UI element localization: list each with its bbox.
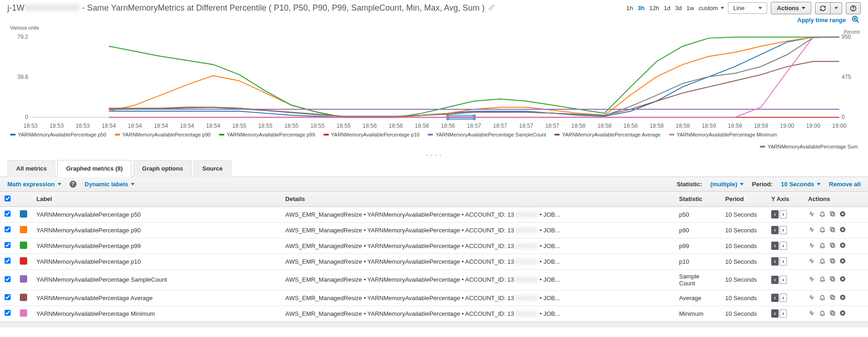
row-period[interactable]: 10 Seconds (721, 207, 767, 222)
row-checkbox[interactable] (5, 276, 11, 282)
row-period[interactable]: 10 Seconds (721, 254, 767, 269)
yaxis-left-button[interactable]: ‹ (771, 257, 779, 266)
row-statistic[interactable]: p50 (674, 207, 721, 222)
remove-icon[interactable] (839, 211, 846, 219)
duplicate-icon[interactable] (829, 242, 836, 250)
yaxis-right-button[interactable]: › (780, 242, 787, 250)
time-range-custom[interactable]: custom (698, 5, 718, 12)
row-statistic[interactable]: p99 (674, 238, 721, 254)
alarm-icon[interactable] (819, 242, 826, 250)
remove-icon[interactable] (839, 226, 846, 234)
alarm-icon[interactable] (819, 310, 826, 318)
row-checkbox[interactable] (5, 211, 11, 217)
row-statistic[interactable]: p90 (674, 222, 721, 238)
yaxis-right-button[interactable]: › (780, 294, 787, 302)
statistic-dropdown[interactable]: (multiple) (710, 181, 744, 188)
legend-item[interactable]: YARNMemoryAvailablePercentage Sum (760, 144, 858, 149)
yaxis-right-button[interactable]: › (780, 276, 787, 284)
yaxis-right-button[interactable]: › (780, 210, 787, 219)
yaxis-right-button[interactable]: › (780, 226, 787, 234)
duplicate-icon[interactable] (829, 310, 836, 318)
yaxis-left-button[interactable]: ‹ (771, 242, 779, 250)
time-range-3h[interactable]: 3h (638, 5, 645, 12)
refresh-dropdown-button[interactable] (831, 2, 842, 14)
row-checkbox[interactable] (5, 226, 11, 232)
zoom-icon[interactable] (851, 15, 860, 25)
dynamic-labels-dropdown[interactable]: Dynamic labels (85, 181, 135, 188)
tab-graph-options[interactable]: Graph options (133, 160, 192, 177)
color-swatch-icon[interactable] (20, 226, 27, 233)
row-checkbox[interactable] (5, 258, 11, 264)
row-period[interactable]: 10 Seconds (721, 222, 767, 238)
pulse-icon[interactable] (808, 276, 815, 284)
period-dropdown[interactable]: 10 Seconds (781, 181, 821, 188)
row-checkbox[interactable] (5, 294, 11, 300)
time-range-3d[interactable]: 3d (675, 5, 681, 12)
duplicate-icon[interactable] (829, 276, 836, 284)
row-period[interactable]: 10 Seconds (721, 269, 767, 290)
alarm-icon[interactable] (819, 211, 826, 219)
duplicate-icon[interactable] (829, 211, 836, 219)
horizontal-scrollbar[interactable] (0, 322, 868, 327)
legend-item[interactable]: YARNMemoryAvailablePercentage p99 (219, 132, 315, 137)
tab-all-metrics[interactable]: All metrics (7, 160, 55, 177)
refresh-button[interactable] (815, 2, 831, 14)
legend-item[interactable]: YARNMemoryAvailablePercentage Average (554, 132, 660, 137)
yaxis-right-button[interactable]: › (780, 257, 787, 266)
actions-menu-button[interactable]: Actions (771, 2, 811, 14)
remove-icon[interactable] (839, 294, 846, 302)
legend-item[interactable]: YARNMemoryAvailablePercentage SampleCoun… (428, 132, 546, 137)
legend-item[interactable]: YARNMemoryAvailablePercentage p90 (115, 132, 211, 137)
row-checkbox[interactable] (5, 310, 11, 316)
time-range-12h[interactable]: 12h (649, 5, 659, 12)
time-range-1h[interactable]: 1h (627, 5, 633, 12)
color-swatch-icon[interactable] (20, 210, 27, 218)
remove-icon[interactable] (839, 242, 846, 250)
edit-title-icon[interactable] (488, 4, 495, 12)
tab-source[interactable]: Source (194, 160, 231, 177)
legend-item[interactable]: YARNMemoryAvailablePercentage p10 (323, 132, 420, 137)
color-swatch-icon[interactable] (20, 275, 27, 283)
row-period[interactable]: 10 Seconds (721, 290, 767, 306)
select-all-checkbox[interactable] (5, 195, 11, 201)
pulse-icon[interactable] (808, 258, 815, 266)
duplicate-icon[interactable] (829, 258, 836, 266)
remove-icon[interactable] (839, 310, 846, 318)
alarm-icon[interactable] (819, 294, 826, 302)
row-statistic[interactable]: Sample Count (674, 269, 721, 290)
row-statistic[interactable]: p10 (674, 254, 721, 269)
yaxis-left-button[interactable]: ‹ (771, 294, 779, 302)
tab-graphed-metrics-8-[interactable]: Graphed metrics (8) (57, 160, 131, 177)
duplicate-icon[interactable] (829, 226, 836, 234)
remove-icon[interactable] (839, 276, 846, 284)
yaxis-left-button[interactable]: ‹ (771, 210, 779, 219)
apply-time-range-link[interactable]: Apply time range (798, 17, 846, 24)
resize-handle[interactable]: • • • • (0, 151, 868, 160)
duplicate-icon[interactable] (829, 294, 836, 302)
remove-all-link[interactable]: Remove all (829, 181, 861, 188)
color-swatch-icon[interactable] (20, 294, 27, 301)
row-period[interactable]: 10 Seconds (721, 306, 767, 321)
pulse-icon[interactable] (808, 294, 815, 302)
pulse-icon[interactable] (808, 242, 815, 250)
row-checkbox[interactable] (5, 242, 11, 248)
yaxis-right-button[interactable]: › (780, 309, 787, 318)
chart-area[interactable]: 039.679.2047595018:5318:5318:5318:5418:5… (0, 35, 868, 131)
yaxis-left-button[interactable]: ‹ (771, 309, 779, 318)
alarm-icon[interactable] (819, 258, 826, 266)
pulse-icon[interactable] (808, 226, 815, 234)
row-statistic[interactable]: Average (674, 290, 721, 306)
legend-item[interactable]: YARNMemoryAvailablePercentage p50 (10, 132, 106, 137)
math-help-icon[interactable]: ? (70, 181, 76, 188)
color-swatch-icon[interactable] (20, 257, 27, 265)
row-period[interactable]: 10 Seconds (721, 238, 767, 254)
color-swatch-icon[interactable] (20, 309, 27, 317)
pulse-icon[interactable] (808, 310, 815, 318)
yaxis-left-button[interactable]: ‹ (771, 276, 779, 284)
time-range-1w[interactable]: 1w (686, 5, 694, 12)
help-button[interactable] (846, 2, 861, 14)
pulse-icon[interactable] (808, 211, 815, 219)
alarm-icon[interactable] (819, 226, 826, 234)
time-range-1d[interactable]: 1d (664, 5, 670, 12)
math-expression-dropdown[interactable]: Math expression (7, 181, 61, 188)
